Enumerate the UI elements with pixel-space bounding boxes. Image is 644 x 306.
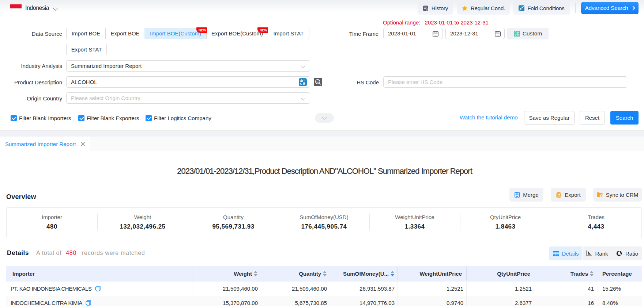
svg-text:A: A (303, 81, 306, 86)
